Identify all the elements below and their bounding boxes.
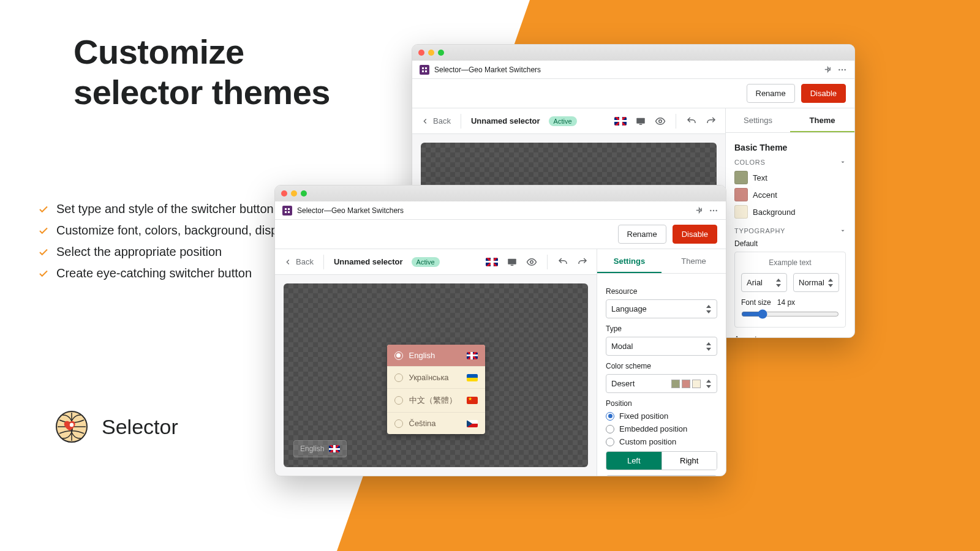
pin-icon[interactable] [694, 206, 704, 216]
pin-icon[interactable] [823, 65, 832, 75]
flag-uk-icon[interactable] [614, 117, 627, 126]
svg-rect-6 [425, 70, 427, 72]
window-settings-editor: Selector—Geo Market Switchers Rename Dis… [274, 185, 726, 476]
svg-point-23 [530, 260, 533, 263]
rename-button[interactable]: Rename [747, 84, 795, 103]
traffic-light-close[interactable] [281, 190, 287, 197]
caret-sort-icon [706, 380, 712, 388]
canvas-toolbar: Back Unnamed selector Active [412, 108, 725, 134]
svg-rect-15 [288, 208, 290, 210]
font-size-row: Font size 14 px [741, 298, 839, 307]
svg-rect-10 [636, 118, 645, 123]
feature-item: Customize font, colors, background, disp… [38, 223, 293, 238]
flag-ua-icon [467, 374, 478, 381]
font-family-select[interactable]: Arial [741, 273, 787, 292]
feature-item: Create eye-catching switcher button [38, 266, 293, 280]
tab-settings[interactable]: Settings [726, 108, 790, 132]
flag-uk-icon [329, 445, 340, 452]
color-row-accent[interactable]: Accent [734, 188, 846, 201]
feature-list: Set type and style of the switcher butto… [38, 202, 293, 288]
traffic-light-min[interactable] [291, 190, 297, 197]
radio-icon [606, 438, 614, 446]
caret-sort-icon [775, 279, 782, 287]
typography-default-label: Default [734, 239, 846, 248]
svg-rect-17 [288, 211, 290, 213]
undo-icon[interactable] [557, 257, 568, 268]
font-size-slider[interactable] [741, 309, 839, 319]
switcher-option[interactable]: Čeština [387, 412, 485, 434]
radio-icon [606, 425, 614, 433]
brand-name: Selector [102, 415, 178, 439]
font-weight-select[interactable]: Normal [793, 273, 839, 292]
rename-button[interactable]: Rename [618, 225, 666, 244]
more-icon[interactable] [837, 65, 847, 75]
status-badge: Active [412, 257, 440, 267]
section-typography[interactable]: TYPOGRAPHY [734, 227, 846, 234]
undo-icon[interactable] [686, 116, 697, 127]
window-titlebar[interactable] [412, 45, 854, 61]
switcher-option[interactable]: 中文（繁體） [387, 388, 485, 412]
tab-theme[interactable]: Theme [790, 108, 854, 132]
redo-icon[interactable] [706, 116, 717, 127]
flag-uk-icon [467, 352, 478, 359]
desktop-icon[interactable] [635, 116, 646, 127]
align-left-button[interactable]: Left [606, 452, 662, 470]
scheme-swatches [671, 380, 701, 388]
sidebar-theme: Settings Theme Basic Theme COLORS Text A… [726, 108, 854, 337]
window-titlebar[interactable] [275, 186, 726, 201]
section-colors[interactable]: COLORS [734, 159, 846, 166]
redo-icon[interactable] [577, 257, 588, 268]
chevron-down-icon [840, 159, 846, 165]
desktop-icon[interactable] [507, 257, 518, 268]
check-icon [38, 225, 49, 236]
color-row-background[interactable]: Background [734, 205, 846, 219]
flag-cn-icon [467, 397, 478, 404]
arrow-left-icon [284, 258, 292, 266]
resource-select[interactable]: Language [606, 299, 717, 318]
svg-rect-14 [285, 208, 287, 210]
svg-point-18 [710, 209, 711, 211]
traffic-light-close[interactable] [418, 50, 424, 56]
position-radio-embedded[interactable]: Embedded position [606, 424, 717, 433]
disable-button[interactable]: Disable [801, 84, 846, 103]
preview-eye-icon[interactable] [526, 257, 537, 268]
svg-rect-5 [422, 70, 424, 72]
traffic-light-max[interactable] [301, 190, 307, 197]
position-radio-fixed[interactable]: Fixed position [606, 411, 717, 421]
app-title: Selector—Geo Market Switchers [297, 206, 404, 215]
svg-rect-16 [285, 211, 287, 213]
svg-rect-11 [639, 124, 643, 125]
traffic-light-max[interactable] [438, 50, 444, 56]
preview-eye-icon[interactable] [655, 116, 666, 127]
disable-button[interactable]: Disable [673, 225, 717, 244]
back-button[interactable]: Back [284, 257, 314, 266]
color-swatch [734, 205, 748, 219]
brand-logo-icon [55, 410, 88, 443]
position-radio-custom[interactable]: Custom position [606, 437, 717, 446]
back-button[interactable]: Back [421, 116, 451, 126]
switcher-option[interactable]: English [387, 345, 485, 366]
switcher-option[interactable]: Українська [387, 366, 485, 388]
color-swatch [734, 171, 748, 184]
type-select[interactable]: Modal [606, 337, 717, 356]
more-icon[interactable] [709, 206, 718, 216]
svg-rect-4 [425, 67, 427, 69]
switcher-bottom-chip[interactable]: English [293, 440, 347, 457]
hero-title-line2: selector themes [74, 73, 330, 111]
flag-uk-icon[interactable] [486, 258, 498, 266]
color-row-text[interactable]: Text [734, 171, 846, 184]
align-right-button[interactable]: Right [662, 452, 717, 470]
radio-icon [394, 351, 403, 360]
status-badge: Active [549, 116, 577, 126]
svg-rect-3 [422, 67, 424, 69]
radio-icon [394, 419, 403, 428]
check-icon [38, 247, 49, 258]
color-scheme-select[interactable]: Desert [606, 374, 717, 393]
tab-settings[interactable]: Settings [597, 249, 662, 273]
traffic-light-min[interactable] [428, 50, 434, 56]
typography-accent-label: Accent [734, 335, 846, 337]
language-switcher-preview: English Українська 中文（繁體） Čeština [387, 345, 485, 434]
app-icon [420, 65, 429, 75]
feature-item: Set type and style of the switcher butto… [38, 202, 293, 216]
tab-theme[interactable]: Theme [662, 249, 726, 273]
